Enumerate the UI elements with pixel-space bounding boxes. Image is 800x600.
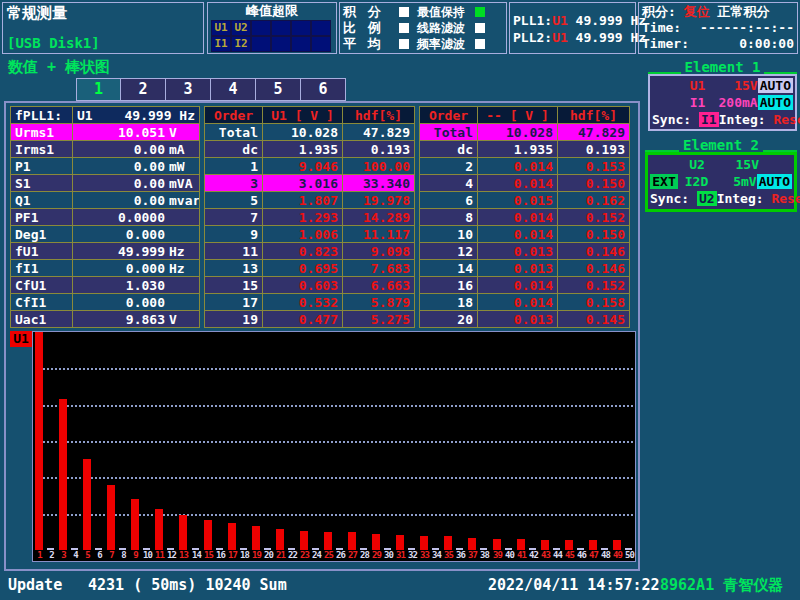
harmonic-hdf: 0.193 [343,141,415,158]
element2-title: Element 2 [645,138,797,152]
even-harmonic-row-12[interactable]: 120.0130.146 [420,243,630,260]
measurement-row-Urms1[interactable]: Urms110.051V [11,124,200,141]
harmonic-hdf: 47.829 [343,124,415,141]
odd-harmonic-row-15[interactable]: 150.6036.663 [205,277,415,294]
odd-harmonic-row-11[interactable]: 110.8239.098 [205,243,415,260]
odd-harmonic-header: OrderU1 [ V ]hdf[%] [205,107,415,124]
even-harmonic-row-8[interactable]: 80.0140.152 [420,209,630,226]
element1-sync-row: Sync: I1 Integ: Reset [652,111,793,128]
odd-harmonic-row-17[interactable]: 170.5325.879 [205,294,415,311]
element2-current-auto-badge: AUTO [757,174,792,189]
element2-integ-label: Integ: [717,191,764,206]
odd-harmonic-row-3[interactable]: 33.01633.340 [205,175,415,192]
harmonic-hdf: 5.879 [343,294,415,311]
measurement-row-fU1[interactable]: fU149.999Hz [11,243,200,260]
value-text: 0.00 [134,159,165,174]
harmonic-value: 0.603 [263,277,343,294]
tab-3[interactable]: 3 [166,78,211,101]
harmonic-hdf: 11.117 [343,226,415,243]
harmonic-order: 14 [420,260,478,277]
measurement-row-PF1[interactable]: PF10.0000 [11,209,200,226]
value-text: 0.00 [134,142,165,157]
measurement-row-Irms1[interactable]: Irms10.00mA [11,141,200,158]
odd-harmonic-row-5[interactable]: 51.80719.978 [205,192,415,209]
peak-grid-cell: I1 [211,36,231,52]
even-harmonic-row-2[interactable]: 20.0140.153 [420,158,630,175]
harmonic-order: 9 [205,226,263,243]
odd-harmonic-row-1[interactable]: 19.046100.00 [205,158,415,175]
odd-harmonic-row-dc[interactable]: dc1.9350.193 [205,141,415,158]
pll-frequency: 49.999 Hz [568,13,646,28]
measurement-value: 0.000 [73,294,200,311]
value-text: 9.863 [126,312,165,327]
odd-harmonic-row-19[interactable]: 190.4775.275 [205,311,415,328]
measurement-row-CfU1[interactable]: CfU11.030 [11,277,200,294]
element2-panel: U2 15V EXT I2D 5mV AUTO Sync: U2 Integ: … [645,152,797,212]
measurement-name: fI1 [11,260,73,277]
harmonic-hdf: 100.00 [343,158,415,175]
value-text: 49.999 [118,244,165,259]
harmonic-bar [107,485,115,550]
even-harmonic-row-10[interactable]: 100.0140.150 [420,226,630,243]
even-harmonic-row-20[interactable]: 200.0130.145 [420,311,630,328]
odd-harmonic-row-7[interactable]: 71.29314.289 [205,209,415,226]
element1-title-text: Element 1 [681,60,765,74]
harmonic-bar [444,536,452,550]
element2-sync-row: Sync: U2 Integ: Reset [650,190,792,207]
element2-voltage-range: 15V [716,157,759,172]
harmonic-order: 4 [420,175,478,192]
element1-current-row: I1 200mA AUTO [652,94,793,111]
tab-2[interactable]: 2 [121,78,166,101]
measurement-row-Q1[interactable]: Q10.00mvar [11,192,200,209]
tab-6[interactable]: 6 [301,78,346,101]
toggle-label: 最值保持 [417,4,473,21]
toggle-indicator [399,39,409,49]
measurement-row-Deg1[interactable]: Deg10.000 [11,226,200,243]
odd-harmonics-table: OrderU1 [ V ]hdf[%]Total10.02847.829dc1.… [204,106,415,328]
odd-harmonic-header-cell: U1 [ V ] [263,107,343,124]
odd-harmonic-row-9[interactable]: 91.00611.117 [205,226,415,243]
even-harmonic-row-16[interactable]: 160.0140.152 [420,277,630,294]
toggle-indicator [475,23,485,33]
measurement-row-S1[interactable]: S10.00mVA [11,175,200,192]
toggle-indicator [475,7,485,17]
unit-text: mVA [165,176,195,191]
odd-harmonic-row-Total[interactable]: Total10.02847.829 [205,124,415,141]
harmonic-value: 0.014 [478,294,558,311]
even-harmonic-header-cell: hdf[%] [558,107,630,124]
chart-gridline [35,405,633,407]
peak-limit-grid: U1U2I1I2 [211,20,331,52]
even-harmonics-table: Order-- [ V ]hdf[%]Total10.02847.829dc1.… [419,106,630,328]
harmonic-value: 0.014 [478,209,558,226]
integration-box: 积分: 复位 正常积分 Time:------:--:-- Timer:0:00… [638,2,798,54]
harmonic-value: 1.807 [263,192,343,209]
peak-grid-cell: U2 [231,20,251,36]
element1-current-channel: I1 [679,95,716,110]
chart-gridline [35,368,633,370]
measurement-row-fI1[interactable]: fI10.000Hz [11,260,200,277]
even-harmonic-row-6[interactable]: 60.0150.162 [420,192,630,209]
measurement-row-CfI1[interactable]: CfI10.000 [11,294,200,311]
element1-sync-label: Sync: [652,112,691,127]
timer-label: Timer: [642,36,689,52]
even-harmonic-row-18[interactable]: 180.0140.158 [420,294,630,311]
harmonic-order: dc [205,141,263,158]
fpll-label: fPLL1: [11,107,73,124]
measurement-value: 49.999Hz [73,243,200,260]
even-harmonic-row-14[interactable]: 140.0130.146 [420,260,630,277]
odd-harmonic-row-13[interactable]: 130.6957.683 [205,260,415,277]
measurement-row-Uac1[interactable]: Uac19.863V [11,311,200,328]
tab-1[interactable]: 1 [76,78,121,101]
integration-label: 积分: [642,4,676,20]
even-harmonic-row-Total[interactable]: Total10.02847.829 [420,124,630,141]
measurement-value: 0.00mA [73,141,200,158]
even-harmonic-row-dc[interactable]: dc1.9350.193 [420,141,630,158]
tab-5[interactable]: 5 [256,78,301,101]
measurement-row-P1[interactable]: P10.00mW [11,158,200,175]
value-text: 10.051 [118,125,165,140]
even-harmonic-row-4[interactable]: 40.0140.150 [420,175,630,192]
value-text: 0.000 [126,227,165,242]
peak-grid-cell: I2 [231,36,251,52]
unit-text: Hz [165,261,195,276]
tab-4[interactable]: 4 [211,78,256,101]
